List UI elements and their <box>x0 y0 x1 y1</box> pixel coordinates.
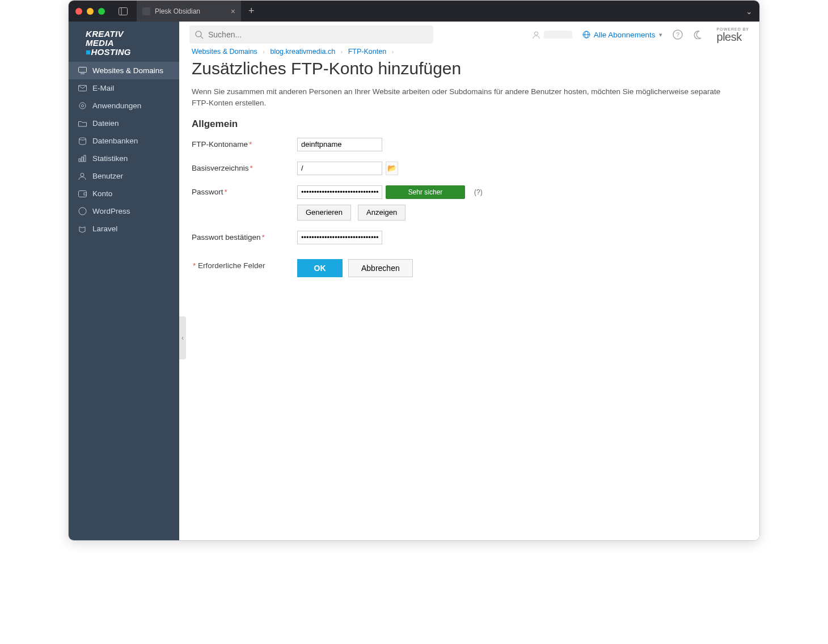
svg-point-11 <box>81 173 84 176</box>
sidebar-item-datenbanken[interactable]: Datenbanken <box>69 132 179 150</box>
powered-by-plesk: POWERED BY plesk <box>717 27 749 43</box>
close-window-button[interactable] <box>75 8 82 15</box>
tab-title: Plesk Obsidian <box>155 7 200 15</box>
stack-icon <box>78 137 87 146</box>
user-icon <box>532 31 540 39</box>
brand-logo: KREATIV MEDIA ■HOSTING <box>69 22 179 62</box>
svg-text:?: ? <box>675 31 679 38</box>
favicon-icon <box>142 7 150 15</box>
wordpress-icon <box>78 207 87 216</box>
tabs-overflow-button[interactable]: ⌄ <box>746 7 753 16</box>
monitor-icon <box>78 66 87 75</box>
svg-line-16 <box>201 36 203 39</box>
password-strength-meter: Sehr sicher <box>386 185 465 199</box>
svg-rect-10 <box>84 155 86 162</box>
svg-rect-13 <box>84 193 87 195</box>
required-fields-note: * Erforderliche Felder <box>192 259 297 270</box>
sidebar-item-label: Datenbanken <box>92 137 138 145</box>
password-confirm-label: Passwort bestätigen* <box>192 231 297 242</box>
username-masked <box>544 31 572 39</box>
sidebar-item-label: Konto <box>92 189 112 198</box>
brand-line: KREATIV <box>86 29 168 39</box>
close-tab-button[interactable]: × <box>231 7 235 16</box>
new-tab-button[interactable]: + <box>242 5 261 17</box>
brand-line: ■HOSTING <box>86 48 168 57</box>
ftp-name-label: FTP-Kontoname* <box>192 138 297 149</box>
generate-password-button[interactable]: Generieren <box>297 205 351 221</box>
ftp-name-input[interactable] <box>297 138 382 151</box>
laravel-icon <box>78 224 87 234</box>
user-account-menu[interactable] <box>532 31 572 39</box>
svg-rect-2 <box>78 67 86 73</box>
svg-rect-9 <box>82 157 83 162</box>
chevron-right-icon: › <box>259 48 268 55</box>
svg-point-5 <box>79 103 86 109</box>
topbar: Alle Abonnements ▾ ? POWERED BY plesk <box>179 22 759 48</box>
sidebar-item-email[interactable]: E-Mail <box>69 79 179 97</box>
sidebar-item-konto[interactable]: Konto <box>69 185 179 202</box>
sidebar-item-label: Benutzer <box>92 172 123 180</box>
svg-point-7 <box>79 138 86 140</box>
breadcrumb-link[interactable]: FTP-Konten <box>348 48 386 56</box>
browser-sidebar-button[interactable] <box>115 5 131 18</box>
folder-icon <box>78 119 87 128</box>
sidebar-item-dateien[interactable]: Dateien <box>69 115 179 132</box>
show-password-button[interactable]: Anzeigen <box>358 205 405 221</box>
password-confirm-input[interactable] <box>297 231 382 244</box>
barstat-icon <box>78 154 87 163</box>
breadcrumb: Websites & Domains › blog.kreativmedia.c… <box>192 48 747 58</box>
svg-point-17 <box>534 32 538 35</box>
sidebar-item-label: Anwendungen <box>92 101 141 110</box>
sidebar-item-benutzer[interactable]: Benutzer <box>69 167 179 185</box>
sidebar-item-label: WordPress <box>92 207 130 215</box>
svg-point-14 <box>79 207 86 215</box>
folder-open-icon: 📂 <box>387 164 396 172</box>
sidebar-item-websites-domains[interactable]: Websites & Domains <box>69 62 179 79</box>
sidebar-item-label: Laravel <box>92 224 117 233</box>
search-icon <box>195 31 204 39</box>
browser-tab-plesk[interactable]: Plesk Obsidian × <box>137 1 242 22</box>
breadcrumb-link[interactable]: blog.kreativmedia.ch <box>270 48 335 56</box>
subscriptions-menu[interactable]: Alle Abonnements ▾ <box>582 31 662 39</box>
plesk-brand-label: plesk <box>717 31 742 43</box>
sidebar-item-label: Statistiken <box>92 154 128 163</box>
gear-icon <box>78 101 87 111</box>
theme-toggle-button[interactable] <box>693 30 702 39</box>
window-titlebar: Plesk Obsidian × + ⌄ <box>69 1 759 22</box>
mail-icon <box>78 84 87 93</box>
subscriptions-label: Alle Abonnements <box>594 31 656 39</box>
chevron-right-icon: › <box>337 48 347 55</box>
page-description: Wenn Sie zusammen mit anderen Personen a… <box>192 86 736 109</box>
cancel-button[interactable]: Abbrechen <box>348 259 413 277</box>
globe-icon <box>582 31 590 39</box>
basedir-label: Basisverzeichnis* <box>192 162 297 172</box>
browse-folder-button[interactable]: 📂 <box>386 162 398 175</box>
sidebar-collapse-handle[interactable]: ‹ <box>179 316 186 359</box>
brand-line: MEDIA <box>86 39 168 48</box>
maximize-window-button[interactable] <box>98 8 105 15</box>
chevron-down-icon: ▾ <box>659 31 662 39</box>
page-title: Zusätzliches FTP-Konto hinzufügen <box>192 59 747 78</box>
help-button[interactable]: ? <box>673 29 683 40</box>
breadcrumb-link[interactable]: Websites & Domains <box>192 48 257 56</box>
search-input[interactable] <box>208 30 428 39</box>
wallet-icon <box>78 189 87 198</box>
ok-button[interactable]: OK <box>297 259 343 277</box>
sidebar-item-statistiken[interactable]: Statistiken <box>69 150 179 167</box>
password-label: Passwort* <box>192 185 297 196</box>
sidebar-item-label: E-Mail <box>92 84 114 92</box>
sidebar-item-wordpress[interactable]: WordPress <box>69 202 179 220</box>
sidebar-item-anwendungen[interactable]: Anwendungen <box>69 97 179 115</box>
svg-rect-8 <box>79 159 81 162</box>
svg-point-15 <box>196 31 201 37</box>
search-field[interactable] <box>189 26 433 44</box>
sidebar: KREATIV MEDIA ■HOSTING Websites & Domain… <box>69 22 179 540</box>
password-help-link[interactable]: (?) <box>474 188 483 196</box>
sidebar-item-label: Dateien <box>92 119 119 128</box>
user-icon <box>78 172 87 181</box>
sidebar-item-laravel[interactable]: Laravel <box>69 220 179 238</box>
basedir-input[interactable] <box>297 162 382 175</box>
minimize-window-button[interactable] <box>87 8 94 15</box>
password-input[interactable] <box>297 185 382 199</box>
section-heading-allgemein: Allgemein <box>192 118 747 130</box>
